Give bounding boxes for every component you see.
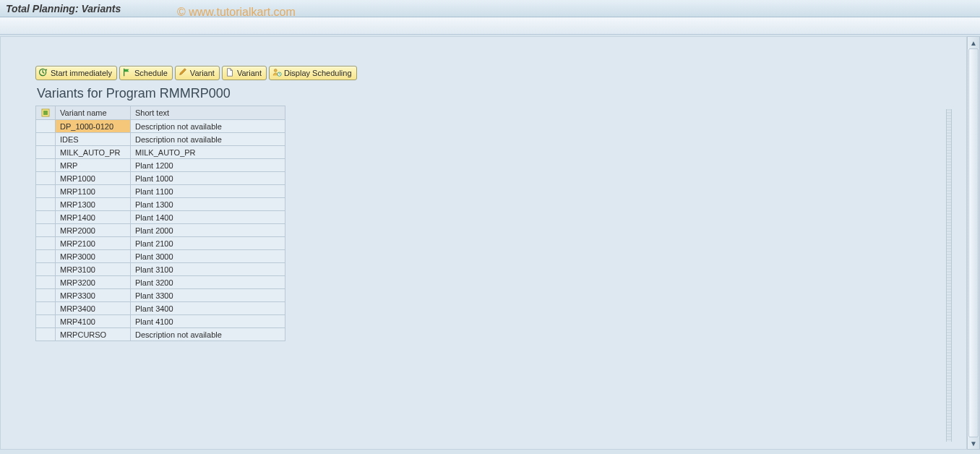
cell-variant-name: MRP1300 (56, 198, 131, 211)
row-select-handle[interactable] (36, 250, 56, 263)
cell-variant-name: MRP3400 (56, 302, 131, 315)
document-icon (225, 67, 235, 79)
start-immediately-button[interactable]: Start immediately (35, 66, 117, 80)
display-scheduling-button[interactable]: Display Scheduling (269, 66, 357, 80)
scroll-track[interactable] (968, 48, 979, 437)
button-label: Display Scheduling (284, 69, 352, 77)
table-row[interactable]: MRP3400Plant 3400 (36, 302, 285, 315)
person-clock-icon (272, 67, 282, 79)
table-row[interactable]: MRP3100Plant 3100 (36, 263, 285, 276)
scroll-up-arrow[interactable]: ▲ (968, 37, 979, 48)
button-label: Schedule (134, 69, 168, 77)
cell-short-text: Plant 4100 (131, 315, 285, 328)
row-select-handle[interactable] (36, 315, 56, 328)
table-row[interactable]: MRP3000Plant 3000 (36, 250, 285, 263)
table-header-row: Variant name Short text (36, 106, 285, 120)
cell-short-text: Description not available (131, 133, 285, 146)
cell-variant-name: MRP1000 (56, 172, 131, 185)
cell-short-text: Plant 2100 (131, 237, 285, 250)
table-row[interactable]: MRP1300Plant 1300 (36, 198, 285, 211)
cell-short-text: Plant 3000 (131, 250, 285, 263)
select-all-header[interactable] (36, 106, 56, 120)
cell-variant-name: MRP4100 (56, 315, 131, 328)
row-select-handle[interactable] (36, 289, 56, 302)
svg-rect-4 (43, 111, 48, 115)
cell-short-text: Description not available (131, 328, 285, 341)
table-row[interactable]: MILK_AUTO_PRMILK_AUTO_PR (36, 146, 285, 159)
row-select-handle[interactable] (36, 224, 56, 237)
table-row[interactable]: MRP2000Plant 2000 (36, 224, 285, 237)
cell-variant-name: MRP (56, 159, 131, 172)
column-header-variant-name[interactable]: Variant name (56, 106, 131, 120)
cell-variant-name: MRPCURSO (56, 328, 131, 341)
table-row[interactable]: MRP1100Plant 1100 (36, 185, 285, 198)
row-select-handle[interactable] (36, 146, 56, 159)
schedule-button[interactable]: Schedule (119, 66, 173, 80)
resize-rail[interactable] (946, 109, 952, 442)
table-row[interactable]: MRP1000Plant 1000 (36, 172, 285, 185)
cell-short-text: Plant 1100 (131, 185, 285, 198)
cell-variant-name: MRP3100 (56, 263, 131, 276)
button-label: Start immediately (51, 69, 112, 77)
table-row[interactable]: IDESDescription not available (36, 133, 285, 146)
row-select-handle[interactable] (36, 211, 56, 224)
row-select-handle[interactable] (36, 159, 56, 172)
vertical-scrollbar[interactable]: ▲ ▼ (967, 36, 980, 450)
row-select-handle[interactable] (36, 263, 56, 276)
separator-bar (0, 17, 980, 35)
cell-variant-name: MRP3200 (56, 276, 131, 289)
table-row[interactable]: MRP2100Plant 2100 (36, 237, 285, 250)
row-select-handle[interactable] (36, 237, 56, 250)
button-label: Variant (237, 69, 262, 77)
cell-variant-name: DP_1000-0120 (56, 120, 131, 133)
scroll-down-arrow[interactable]: ▼ (968, 437, 979, 449)
cell-variant-name: MRP3300 (56, 289, 131, 302)
content-area: Start immediately Schedule Variant Varia… (0, 36, 967, 450)
toolbar: Start immediately Schedule Variant Varia… (35, 66, 966, 80)
cell-short-text: Plant 3200 (131, 276, 285, 289)
page-title: Total Planning: Variants (6, 3, 121, 14)
cell-variant-name: MRP2000 (56, 224, 131, 237)
new-variant-button[interactable]: Variant (222, 66, 267, 80)
row-select-handle[interactable] (36, 172, 56, 185)
variants-table: Variant name Short text DP_1000-0120Desc… (35, 106, 285, 341)
cell-variant-name: IDES (56, 133, 131, 146)
scroll-thumb[interactable] (968, 48, 979, 437)
row-select-handle[interactable] (36, 328, 56, 341)
flag-icon (122, 67, 132, 79)
cell-short-text: Plant 1300 (131, 198, 285, 211)
cell-short-text: MILK_AUTO_PR (131, 146, 285, 159)
cell-variant-name: MRP2100 (56, 237, 131, 250)
table-row[interactable]: MRP4100Plant 4100 (36, 315, 285, 328)
row-select-handle[interactable] (36, 198, 56, 211)
cell-variant-name: MRP1400 (56, 211, 131, 224)
clock-run-icon (38, 67, 48, 79)
cell-variant-name: MILK_AUTO_PR (56, 146, 131, 159)
svg-point-1 (274, 69, 277, 72)
row-select-handle[interactable] (36, 302, 56, 315)
edit-variant-button[interactable]: Variant (175, 66, 220, 80)
title-bar: Total Planning: Variants (0, 0, 980, 17)
cell-variant-name: MRP3000 (56, 250, 131, 263)
pencil-icon (178, 67, 188, 79)
row-select-handle[interactable] (36, 185, 56, 198)
table-row[interactable]: DP_1000-0120Description not available (36, 120, 285, 133)
table-row[interactable]: MRP1400Plant 1400 (36, 211, 285, 224)
column-header-short-text[interactable]: Short text (131, 106, 285, 120)
cell-variant-name: MRP1100 (56, 185, 131, 198)
table-row[interactable]: MRPPlant 1200 (36, 159, 285, 172)
cell-short-text: Plant 1000 (131, 172, 285, 185)
cell-short-text: Plant 1400 (131, 211, 285, 224)
row-select-handle[interactable] (36, 276, 56, 289)
cell-short-text: Plant 1200 (131, 159, 285, 172)
table-row[interactable]: MRPCURSODescription not available (36, 328, 285, 341)
table-row[interactable]: MRP3200Plant 3200 (36, 276, 285, 289)
button-label: Variant (190, 69, 215, 77)
cell-short-text: Plant 3300 (131, 289, 285, 302)
select-all-icon (40, 108, 51, 118)
cell-short-text: Description not available (131, 120, 285, 133)
row-select-handle[interactable] (36, 120, 56, 133)
table-row[interactable]: MRP3300Plant 3300 (36, 289, 285, 302)
row-select-handle[interactable] (36, 133, 56, 146)
cell-short-text: Plant 2000 (131, 224, 285, 237)
